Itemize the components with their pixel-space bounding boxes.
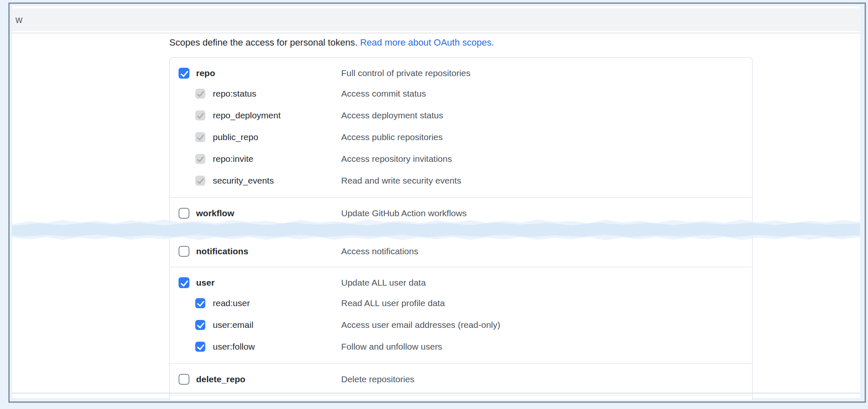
checkbox-repo-deployment	[195, 110, 205, 120]
scope-description: Access user email addresses (read-only)	[341, 320, 500, 330]
scope-row-repo: repo Full control of private repositorie…	[170, 64, 752, 83]
scope-label: security_events	[213, 176, 274, 186]
scope-row-repo-invite: repo:invite Access repository invitation…	[170, 148, 752, 170]
scope-label: repo:invite	[213, 154, 253, 164]
scope-group-cutoff	[170, 395, 752, 400]
scope-group-repo: repo Full control of private repositorie…	[170, 58, 752, 197]
scope-label: user	[196, 278, 214, 288]
checkbox-security-events	[195, 176, 205, 186]
scope-label: public_repo	[213, 132, 258, 142]
scope-list: repo Full control of private repositorie…	[169, 57, 753, 400]
scope-description: Read and write security events	[341, 176, 461, 186]
page-panel: w Scopes define the access for personal …	[12, 6, 860, 398]
tab-bar[interactable]: w	[12, 8, 860, 31]
scope-label: notifications	[196, 246, 248, 256]
panel-bottom-divider	[12, 393, 860, 394]
checkbox-user-email[interactable]	[195, 320, 205, 330]
scope-description: Follow and unfollow users	[341, 342, 442, 352]
scope-group-delete-repo: delete_repo Delete repositories	[170, 363, 752, 395]
scope-row-read-user: read:user Read ALL user profile data	[170, 292, 752, 314]
scope-description: Full control of private repositories	[341, 68, 470, 78]
scope-description: Access notifications	[341, 246, 418, 256]
checkbox-repo[interactable]	[179, 68, 189, 79]
checkbox-user[interactable]	[179, 277, 189, 288]
checkbox-notifications[interactable]	[179, 246, 189, 257]
scope-row-delete-repo: delete_repo Delete repositories	[170, 370, 752, 389]
scope-description: Access public repositories	[341, 132, 443, 142]
scope-row-repo-deployment: repo_deployment Access deployment status	[170, 105, 752, 126]
scope-label: user:email	[213, 320, 253, 330]
scope-group-user: user Update ALL user data read:user Read…	[170, 267, 752, 363]
scope-description: Access repository invitations	[341, 154, 452, 164]
checkbox-repo-status	[195, 89, 205, 99]
scope-row-user: user Update ALL user data	[170, 273, 752, 292]
scope-row-security-events: security_events Read and write security …	[170, 170, 752, 192]
scope-description: Access commit status	[341, 89, 426, 99]
scope-description: Update ALL user data	[341, 278, 426, 288]
scopes-intro: Scopes define the access for personal to…	[169, 37, 860, 49]
scope-label: repo:status	[213, 89, 256, 99]
scope-description: Delete repositories	[341, 374, 414, 384]
scope-description: Read ALL user profile data	[341, 298, 445, 308]
scope-label: read:user	[213, 298, 250, 308]
checkbox-user-follow[interactable]	[195, 342, 205, 352]
scope-label: repo_deployment	[213, 110, 281, 120]
checkbox-workflow[interactable]	[179, 208, 189, 219]
checkbox-public-repo	[195, 132, 205, 142]
scope-row-repo-status: repo:status Access commit status	[170, 83, 752, 105]
toolbar-divider	[12, 33, 860, 33]
scope-row-user-follow: user:follow Follow and unfollow users	[170, 336, 752, 358]
oauth-scopes-link[interactable]: Read more about OAuth scopes.	[360, 37, 494, 48]
scope-label: user:follow	[213, 342, 255, 352]
checkbox-read-user[interactable]	[195, 298, 205, 308]
scope-group-notifications: notifications Access notifications	[170, 235, 752, 267]
scope-row-user-email: user:email Access user email addresses (…	[170, 314, 752, 336]
scope-row-public-repo: public_repo Access public repositories	[170, 126, 752, 148]
scope-description: Access deployment status	[341, 110, 443, 120]
scope-row-notifications: notifications Access notifications	[170, 242, 752, 261]
scope-group-workflow: workflow Update GitHub Action workflows	[170, 197, 752, 235]
browser-window: w Scopes define the access for personal …	[8, 3, 866, 403]
scope-description: Update GitHub Action workflows	[341, 208, 467, 218]
checkbox-delete-repo[interactable]	[179, 374, 189, 385]
scopes-intro-text: Scopes define the access for personal to…	[169, 37, 357, 48]
tab-label: w	[15, 14, 23, 26]
checkbox-repo-invite	[195, 154, 205, 164]
scope-row-workflow: workflow Update GitHub Action workflows	[170, 204, 752, 223]
scope-label: repo	[196, 68, 215, 78]
scope-label: delete_repo	[196, 374, 245, 384]
scopes-section: Scopes define the access for personal to…	[12, 37, 860, 400]
scope-label: workflow	[196, 208, 234, 218]
